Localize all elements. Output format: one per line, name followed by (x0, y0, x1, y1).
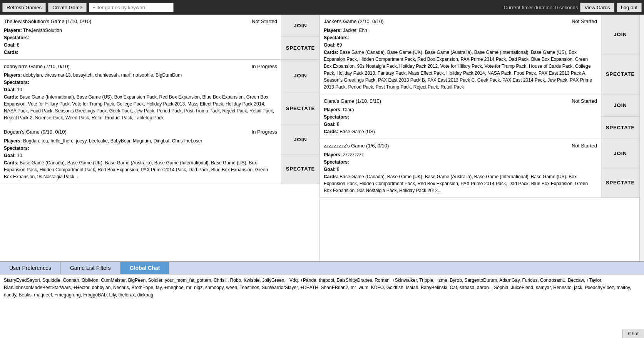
players-value: Clara (343, 107, 354, 112)
spectators-label: Spectators: (4, 35, 29, 40)
chat-input[interactable] (0, 329, 622, 338)
game-info: dobbylan's Game (7/10, 0/10)In ProgressP… (0, 60, 281, 125)
players-label: Players: (4, 138, 22, 144)
game-actions: JOINSPECTATE (601, 94, 639, 139)
game-title-row: dobbylan's Game (7/10, 0/10)In Progress (4, 63, 277, 70)
game-info: TheJewishSolution's Game (1/10, 0/10)Not… (0, 15, 281, 59)
goal-value: 10 (17, 153, 22, 158)
bottom-tab-user-preferences[interactable]: User Preferences (0, 262, 61, 274)
cards-label: Cards: (4, 160, 18, 166)
cards-value: Base Game (International), Base Game (US… (4, 94, 274, 120)
chat-content: StarryEyedSayori, Squiddie, Connah, Obli… (0, 274, 644, 329)
spectate-button[interactable]: SPECTATE (281, 154, 319, 183)
players-value: dobbylan, circusman13, bussyitch, chuhle… (23, 72, 182, 78)
players-line: Players: Clara (324, 106, 597, 113)
players-label: Players: (4, 28, 22, 33)
goal-value: 69 (337, 42, 342, 48)
cards-value: Base Game (Canada), Base Game (UK), Base… (324, 50, 592, 90)
chat-messages: StarryEyedSayori, Squiddie, Connah, Obli… (4, 278, 631, 298)
join-button[interactable]: JOIN (601, 15, 639, 54)
players-value: Jacket, Ehh (343, 28, 367, 33)
goal-label: Goal: (324, 122, 336, 127)
cards-line: Cards: Base Game (US) (324, 128, 597, 135)
cards-label: Cards: (4, 50, 18, 55)
game-card: Clara's Game (1/10, 0/10)Not StartedPlay… (320, 94, 639, 139)
filter-input[interactable] (89, 3, 174, 12)
spectators-label: Spectators: (4, 146, 29, 151)
cards-line: Cards: Base Game (International), Base G… (4, 94, 277, 121)
game-card: Bogdan's Game (9/10, 0/10)In ProgressPla… (0, 125, 319, 184)
game-card: dobbylan's Game (7/10, 0/10)In ProgressP… (0, 60, 319, 125)
players-value: TheJewishSolution (23, 28, 62, 33)
spectate-button[interactable]: SPECTATE (601, 117, 639, 139)
game-actions: JOINSPECTATE (281, 15, 319, 59)
join-button[interactable]: JOIN (601, 139, 639, 168)
goal-value: 8 (17, 42, 20, 48)
join-button[interactable]: JOIN (281, 125, 319, 154)
games-area: TheJewishSolution's Game (1/10, 0/10)Not… (0, 15, 644, 261)
spectate-button[interactable]: SPECTATE (601, 168, 639, 197)
bottom-tab-game-list-filters[interactable]: Game List Filters (61, 262, 120, 274)
spectators-line: Spectators: (324, 159, 597, 166)
cards-value: Base Game (US) (340, 129, 375, 134)
game-info: zzzzzzzzz's Game (1/6, 0/10)Not StartedP… (320, 139, 601, 197)
goal-line: Goal: 8 (4, 42, 277, 49)
game-status: Not Started (572, 97, 597, 105)
spectators-label: Spectators: (324, 159, 349, 165)
goal-line: Goal: 10 (4, 152, 277, 159)
spectators-line: Spectators: (324, 114, 597, 120)
game-status: Not Started (572, 18, 597, 25)
goal-value: 10 (17, 87, 22, 92)
games-left-column: TheJewishSolution's Game (1/10, 0/10)Not… (0, 15, 320, 261)
cards-label: Cards: (324, 174, 338, 179)
scrollbar-area[interactable] (639, 15, 644, 261)
goal-value: 8 (337, 122, 340, 127)
join-button[interactable]: JOIN (281, 15, 319, 37)
spectate-button[interactable]: SPECTATE (281, 92, 319, 125)
game-actions: JOINSPECTATE (281, 60, 319, 125)
game-title-row: zzzzzzzzz's Game (1/6, 0/10)Not Started (324, 142, 597, 150)
spectate-button[interactable]: SPECTATE (281, 37, 319, 59)
players-label: Players: (4, 72, 22, 78)
spectators-label: Spectators: (324, 114, 349, 120)
goal-label: Goal: (324, 42, 336, 48)
players-line: Players: dobbylan, circusman13, bussyitc… (4, 72, 277, 79)
join-button[interactable]: JOIN (281, 60, 319, 92)
goal-line: Goal: 10 (4, 86, 277, 93)
spectators-line: Spectators: (4, 79, 277, 86)
view-cards-button[interactable]: View Cards (580, 3, 614, 12)
cards-value: Base Game (Canada), Base Game (UK), Base… (4, 160, 268, 179)
goal-line: Goal: 69 (324, 42, 597, 49)
spectators-label: Spectators: (324, 35, 349, 40)
topbar: Refresh Games Create Game Current timer … (0, 0, 644, 15)
players-line: Players: Bogdan, tea, hello_there, joeyy… (4, 137, 277, 144)
game-title-row: Bogdan's Game (9/10, 0/10)In Progress (4, 128, 277, 136)
chat-send-button[interactable]: Chat (622, 329, 644, 338)
game-actions: JOINSPECTATE (281, 125, 319, 184)
create-game-button[interactable]: Create Game (48, 3, 87, 12)
cards-label: Cards: (324, 50, 338, 55)
bottom-panel: User PreferencesGame List FiltersGlobal … (0, 261, 644, 338)
cards-value: Base Game (Canada), Base Game (UK), Base… (324, 174, 588, 193)
spectators-label: Spectators: (4, 80, 29, 85)
spectate-button[interactable]: SPECTATE (601, 54, 639, 94)
cards-label: Cards: (324, 129, 338, 134)
refresh-button[interactable]: Refresh Games (2, 3, 46, 12)
bottom-tab-global-chat[interactable]: Global Chat (120, 262, 170, 274)
goal-label: Goal: (4, 153, 16, 158)
goal-label: Goal: (4, 42, 16, 48)
cards-label: Cards: (4, 94, 18, 100)
cards-line: Cards: Base Game (Canada), Base Game (UK… (324, 173, 597, 194)
game-info: Clara's Game (1/10, 0/10)Not StartedPlay… (320, 94, 601, 139)
join-button[interactable]: JOIN (601, 94, 639, 117)
game-title: zzzzzzzzz's Game (1/6, 0/10) (324, 142, 389, 150)
game-status: In Progress (252, 63, 277, 70)
game-card: Jacket's Game (2/10, 0/10)Not StartedPla… (320, 15, 639, 94)
players-line: Players: Jacket, Ehh (324, 27, 597, 34)
bottom-tabs: User PreferencesGame List FiltersGlobal … (0, 262, 644, 274)
game-title: Jacket's Game (2/10, 0/10) (324, 18, 384, 25)
game-info: Jacket's Game (2/10, 0/10)Not StartedPla… (320, 15, 601, 94)
game-card: zzzzzzzzz's Game (1/6, 0/10)Not StartedP… (320, 139, 639, 198)
cards-line: Cards: Base Game (Canada), Base Game (UK… (324, 49, 597, 90)
logout-button[interactable]: Log out (617, 3, 642, 12)
